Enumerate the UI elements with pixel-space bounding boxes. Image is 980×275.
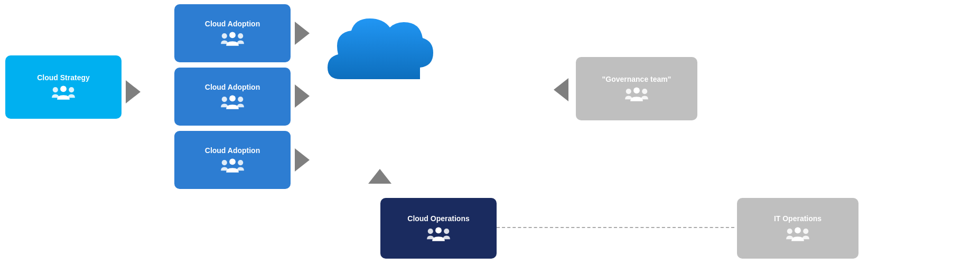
svg-point-2 bbox=[69, 87, 74, 92]
cloud-adoption-2-icon bbox=[221, 94, 244, 110]
svg-point-11 bbox=[238, 160, 243, 165]
dashed-line-operations bbox=[497, 227, 734, 228]
cloud-adoption-1-icon bbox=[221, 31, 244, 47]
cloud-operations-box: Cloud Operations bbox=[380, 198, 497, 259]
svg-point-13 bbox=[435, 227, 442, 233]
cloud-shape bbox=[322, 11, 438, 98]
svg-point-17 bbox=[642, 89, 647, 94]
cloud-operations-icon bbox=[427, 226, 450, 242]
svg-point-0 bbox=[53, 87, 58, 92]
cloud-adoption-3-label: Cloud Adoption bbox=[205, 146, 260, 155]
cloud-adoption-box-1: Cloud Adoption bbox=[174, 4, 291, 62]
svg-point-5 bbox=[238, 33, 243, 39]
svg-point-9 bbox=[222, 160, 227, 165]
cloud-adoption-box-2: Cloud Adoption bbox=[174, 68, 291, 126]
svg-point-1 bbox=[60, 86, 67, 92]
it-operations-box: IT Operations bbox=[737, 198, 858, 259]
cloud-operations-label: Cloud Operations bbox=[407, 214, 469, 223]
cloud-adoption-1-label: Cloud Adoption bbox=[205, 20, 260, 29]
svg-point-10 bbox=[229, 159, 236, 165]
svg-point-19 bbox=[795, 227, 801, 233]
cloud-adoption-box-3: Cloud Adoption bbox=[174, 131, 291, 189]
cloud-strategy-label: Cloud Strategy bbox=[37, 73, 90, 82]
svg-point-18 bbox=[787, 229, 792, 234]
it-operations-label: IT Operations bbox=[774, 214, 822, 223]
svg-point-20 bbox=[803, 229, 808, 234]
svg-point-14 bbox=[444, 229, 449, 234]
svg-point-12 bbox=[428, 229, 433, 234]
svg-point-16 bbox=[633, 88, 640, 94]
cloud-strategy-box: Cloud Strategy bbox=[5, 55, 122, 119]
svg-point-6 bbox=[222, 97, 227, 102]
governance-team-icon bbox=[625, 87, 648, 102]
arrow-governance-to-cloud bbox=[554, 78, 568, 101]
cloud-strategy-icon bbox=[52, 85, 75, 101]
arrow-adoption2-to-cloud bbox=[295, 84, 310, 108]
arrow-adoption1-to-cloud bbox=[295, 22, 310, 45]
svg-point-4 bbox=[229, 32, 236, 39]
cloud-adoption-2-label: Cloud Adoption bbox=[205, 83, 260, 92]
cloud-adoption-3-icon bbox=[221, 158, 244, 174]
arrow-adoption3-to-cloud bbox=[295, 148, 310, 172]
svg-point-3 bbox=[222, 33, 227, 39]
it-operations-icon bbox=[786, 226, 809, 242]
governance-team-box: "Governance team" bbox=[576, 57, 697, 120]
svg-point-7 bbox=[229, 96, 236, 102]
diagram-container: Cloud Strategy Cloud Adoption Cloud Adop… bbox=[0, 0, 980, 275]
arrow-operations-to-cloud bbox=[368, 169, 391, 184]
governance-team-label: "Governance team" bbox=[602, 75, 671, 84]
arrow-strategy-to-adoption bbox=[126, 80, 141, 103]
svg-point-8 bbox=[238, 97, 243, 102]
svg-point-15 bbox=[626, 89, 631, 94]
